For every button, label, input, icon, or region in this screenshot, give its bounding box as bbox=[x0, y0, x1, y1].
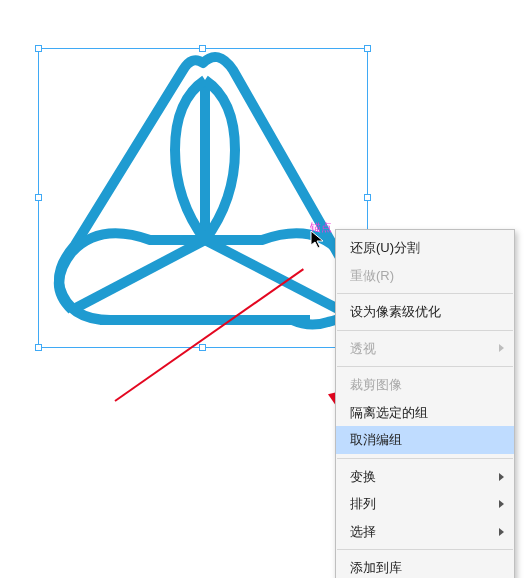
menu-separator bbox=[337, 330, 513, 331]
menu-arrange-label: 排列 bbox=[350, 496, 376, 511]
menu-select-label: 选择 bbox=[350, 524, 376, 539]
menu-redo: 重做(R) bbox=[336, 262, 514, 290]
submenu-arrow-icon bbox=[499, 528, 504, 536]
menu-isolate-group[interactable]: 隔离选定的组 bbox=[336, 399, 514, 427]
menu-arrange[interactable]: 排列 bbox=[336, 490, 514, 518]
menu-add-to-library[interactable]: 添加到库 bbox=[336, 554, 514, 578]
menu-separator bbox=[337, 293, 513, 294]
context-menu: 还原(U)分割 重做(R) 设为像素级优化 透视 裁剪图像 隔离选定的组 取消编… bbox=[335, 229, 515, 578]
submenu-arrow-icon bbox=[499, 344, 504, 352]
submenu-arrow-icon bbox=[499, 473, 504, 481]
menu-ungroup[interactable]: 取消编组 bbox=[336, 426, 514, 454]
artboard[interactable]: 锚点 还原(U)分割 重做(R) 设为像素级优化 透视 裁剪图像 隔离选定的组 … bbox=[0, 0, 531, 578]
menu-pixel-optimize[interactable]: 设为像素级优化 bbox=[336, 298, 514, 326]
menu-perspective: 透视 bbox=[336, 335, 514, 363]
menu-separator bbox=[337, 458, 513, 459]
menu-undo[interactable]: 还原(U)分割 bbox=[336, 234, 514, 262]
menu-crop-image: 裁剪图像 bbox=[336, 371, 514, 399]
submenu-arrow-icon bbox=[499, 500, 504, 508]
menu-perspective-label: 透视 bbox=[350, 341, 376, 356]
cursor-pointer-icon bbox=[310, 230, 326, 250]
menu-transform-label: 变换 bbox=[350, 469, 376, 484]
menu-separator bbox=[337, 366, 513, 367]
menu-transform[interactable]: 变换 bbox=[336, 463, 514, 491]
menu-separator bbox=[337, 549, 513, 550]
menu-select[interactable]: 选择 bbox=[336, 518, 514, 546]
